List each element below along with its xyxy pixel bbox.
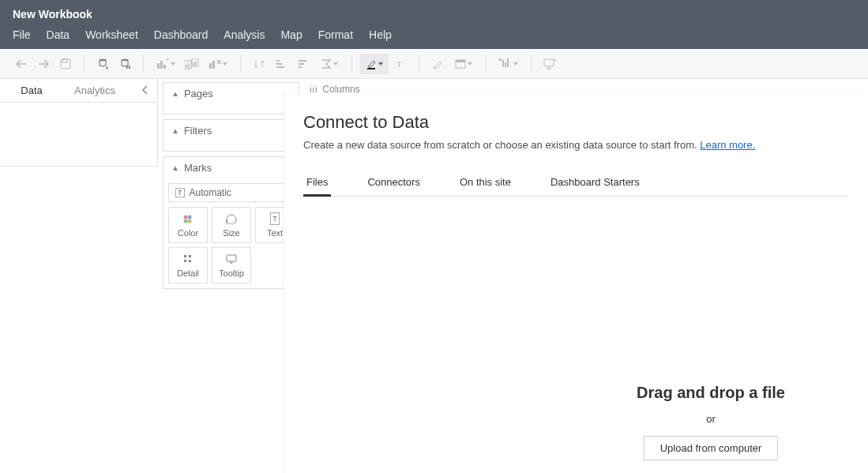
svg-point-29 [184,216,188,220]
marks-type-label: Automatic [190,187,231,198]
format-workbook-button[interactable] [427,54,448,74]
svg-rect-5 [160,61,163,69]
upload-from-computer-button[interactable]: Upload from computer [644,436,779,460]
duplicate-sheet-button[interactable] [182,54,202,74]
drop-or: or [588,413,833,425]
shelves-column: ▲ Pages ▲ Filters ▲ Marks T Automatic [158,79,304,473]
marks-size-button[interactable]: Size [212,207,251,243]
show-me-button[interactable] [494,54,523,74]
svg-rect-33 [184,255,186,257]
marks-card: ▲ Marks T Automatic Color [163,156,299,289]
dialog-description-text: Create a new data source from scratch or… [303,139,700,151]
toolbar-sep [419,55,419,73]
svg-rect-8 [186,65,188,68]
toolbar-sep [531,55,532,73]
dialog-description: Create a new data source from scratch or… [303,139,849,151]
highlight-button[interactable] [360,54,389,74]
svg-text:T: T [396,59,402,69]
svg-rect-27 [507,58,509,67]
svg-rect-34 [189,255,191,257]
save-button[interactable] [55,54,76,74]
tab-on-this-site[interactable]: On this site [457,170,514,197]
marks-label: Marks [184,162,212,174]
menu-help[interactable]: Help [369,28,392,41]
tab-data[interactable]: Data [0,79,63,102]
svg-rect-19 [299,63,304,65]
sort-desc-button[interactable] [293,54,314,74]
marks-detail-label: Detail [177,268,199,278]
svg-rect-17 [276,66,284,68]
back-button[interactable] [11,54,32,74]
file-drop-area[interactable]: Drag and drop a file or Upload from comp… [588,384,833,460]
tb-group-data [88,54,140,74]
pages-shelf[interactable]: ▲ Pages [163,82,299,114]
menu-dashboard[interactable]: Dashboard [154,28,209,41]
pages-label: Pages [184,88,213,99]
toolbar-sep [351,55,352,73]
marks-tooltip-button[interactable]: Tooltip [212,247,251,283]
tb-group-sort [244,54,348,74]
menubar: File Data Worksheet Dashboard Analysis M… [13,28,855,41]
size-icon [225,212,238,225]
marks-color-button[interactable]: Color [168,207,208,243]
left-tabs: Data Analytics [0,79,157,103]
forward-button[interactable] [33,54,54,74]
workspace: Data Analytics ▲ Pages ▲ Filters ▲ [0,79,868,473]
tb-group-share [535,54,565,74]
totals-button[interactable] [315,54,344,74]
svg-rect-13 [209,63,212,69]
svg-point-30 [188,216,192,220]
sort-asc-button[interactable] [271,54,291,74]
svg-rect-11 [194,62,195,66]
tab-files[interactable]: Files [303,170,331,197]
menu-file[interactable]: File [13,28,31,41]
svg-rect-1 [62,59,67,62]
text-icon: T [270,212,280,225]
tb-group-nav [6,54,81,74]
tooltip-icon [226,253,237,265]
presentation-button[interactable] [539,54,560,74]
menu-format[interactable]: Format [318,28,353,41]
learn-more-link[interactable]: Learn more. [700,139,755,151]
toolbar-sep [240,55,241,73]
tab-connectors[interactable]: Connectors [364,170,423,197]
marks-detail-button[interactable]: Detail [168,247,208,283]
menu-data[interactable]: Data [47,28,70,41]
chevron-up-icon: ▲ [171,163,179,172]
menu-worksheet[interactable]: Worksheet [85,28,138,41]
tb-group-present [490,54,528,74]
marks-type-dropdown[interactable]: T Automatic [168,183,294,202]
detail-icon [182,253,194,265]
svg-rect-25 [502,60,504,67]
fit-button[interactable] [449,54,478,74]
menu-map[interactable]: Map [280,28,302,41]
swap-button[interactable] [249,54,269,74]
collapse-left-panel-button[interactable] [138,84,157,97]
new-worksheet-button[interactable] [152,54,180,74]
tab-dashboard-starters[interactable]: Dashboard Starters [547,170,643,197]
svg-rect-37 [227,255,236,261]
filters-shelf[interactable]: ▲ Filters [163,119,299,152]
svg-rect-20 [299,66,302,68]
text-label-button[interactable]: T [390,54,411,74]
menu-analysis[interactable]: Analysis [224,28,265,41]
marks-size-label: Size [223,228,239,238]
toolbar-sep [143,55,144,73]
svg-rect-15 [276,60,280,62]
tb-group-sheet [147,54,237,74]
svg-rect-16 [276,63,282,65]
marks-tooltip-label: Tooltip [219,268,244,278]
svg-rect-3 [129,66,130,69]
new-datasource-button[interactable] [92,54,113,74]
svg-rect-12 [195,61,197,66]
clear-sheet-button[interactable] [204,54,232,74]
chevron-up-icon: ▲ [171,89,179,98]
tab-analytics[interactable]: Analytics [63,79,126,102]
marks-text-label: Text [267,228,283,238]
drop-title: Drag and drop a file [588,384,833,402]
toolbar-sep [486,55,487,73]
titlebar: New Workbook File Data Worksheet Dashboa… [0,0,868,49]
svg-rect-36 [189,260,191,262]
refresh-datasource-button[interactable] [115,54,135,74]
color-icon [182,212,194,225]
